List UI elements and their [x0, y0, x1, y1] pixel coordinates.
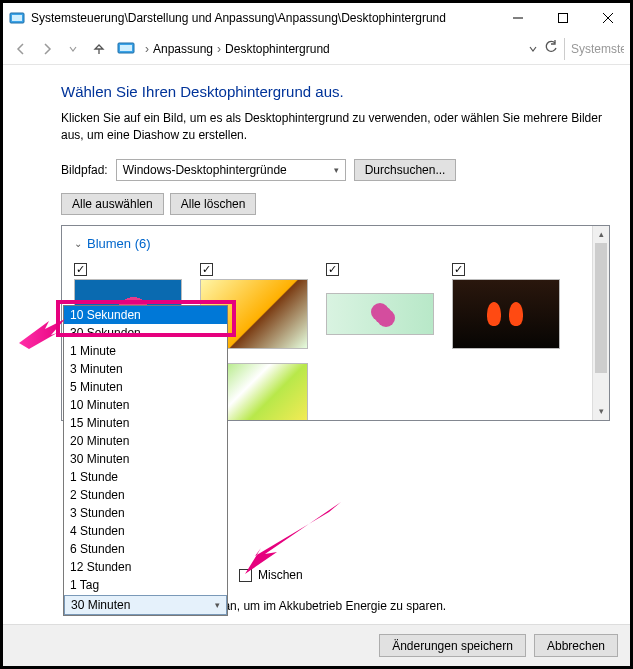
interval-option[interactable]: 30 Sekunden — [64, 324, 227, 342]
monitor-icon — [117, 40, 135, 58]
thumbnail-image[interactable] — [326, 293, 434, 335]
chevron-right-icon: › — [217, 42, 221, 56]
interval-option[interactable]: 3 Minuten — [64, 360, 227, 378]
shuffle-checkbox[interactable]: Mischen — [239, 568, 303, 582]
group-title: Blumen (6) — [87, 236, 151, 251]
thumbnail-checkbox[interactable]: ✓ — [74, 263, 87, 276]
thumbnail-checkbox[interactable]: ✓ — [326, 263, 339, 276]
scroll-down-button[interactable]: ▾ — [593, 403, 609, 420]
image-path-value: Windows-Desktophintergründe — [123, 163, 287, 177]
thumbnail-checkbox[interactable]: ✓ — [200, 263, 213, 276]
thumbnail-image[interactable] — [452, 279, 560, 349]
image-path-label: Bildpfad: — [61, 163, 108, 177]
breadcrumb[interactable]: › Anpassung › Desktophintergrund — [141, 42, 526, 56]
interval-selected-value: 30 Minuten — [71, 598, 130, 612]
window: Systemsteuerung\Darstellung und Anpassun… — [3, 3, 630, 666]
refresh-button[interactable] — [544, 40, 558, 58]
scroll-thumb[interactable] — [595, 243, 607, 373]
interval-option[interactable]: 10 Sekunden — [64, 306, 227, 324]
address-dropdown[interactable] — [528, 40, 538, 58]
recent-dropdown[interactable] — [61, 37, 85, 61]
annotation-arrow-icon — [241, 498, 351, 578]
interval-dropdown-list[interactable]: 10 Sekunden 30 Sekunden 1 Minute 3 Minut… — [63, 305, 228, 616]
chevron-right-icon: › — [145, 42, 149, 56]
svg-rect-7 — [120, 45, 132, 51]
forward-button[interactable] — [35, 37, 59, 61]
interval-combo[interactable]: 30 Minuten ▾ — [64, 595, 227, 615]
scroll-track[interactable] — [593, 243, 609, 403]
interval-option[interactable]: 30 Minuten — [64, 450, 227, 468]
select-all-button[interactable]: Alle auswählen — [61, 193, 164, 215]
interval-option[interactable]: 4 Stunden — [64, 522, 227, 540]
interval-option[interactable]: 6 Stunden — [64, 540, 227, 558]
save-changes-button[interactable]: Änderungen speichern — [379, 634, 526, 657]
window-title: Systemsteuerung\Darstellung und Anpassun… — [31, 11, 495, 25]
scroll-up-button[interactable]: ▴ — [593, 226, 609, 243]
shuffle-row: Mischen — [239, 568, 303, 582]
back-button[interactable] — [9, 37, 33, 61]
interval-option[interactable]: 3 Stunden — [64, 504, 227, 522]
crumb-anpassung[interactable]: Anpassung — [153, 42, 213, 56]
chevron-down-icon: ▾ — [215, 600, 220, 610]
interval-option[interactable]: 1 Minute — [64, 342, 227, 360]
thumbnail-checkbox[interactable]: ✓ — [452, 263, 465, 276]
selection-toolbar: Alle auswählen Alle löschen — [61, 193, 610, 215]
image-path-combo[interactable]: Windows-Desktophintergründe ▾ — [116, 159, 346, 181]
interval-option[interactable]: 2 Stunden — [64, 486, 227, 504]
interval-option[interactable]: 20 Minuten — [64, 432, 227, 450]
gallery-scrollbar[interactable]: ▴ ▾ — [592, 226, 609, 420]
interval-option[interactable]: 12 Stunden — [64, 558, 227, 576]
checkbox-icon — [239, 569, 252, 582]
thumbnail-item[interactable]: ✓ — [326, 259, 434, 349]
svg-rect-3 — [558, 14, 567, 23]
maximize-button[interactable] — [540, 3, 585, 33]
browse-button[interactable]: Durchsuchen... — [354, 159, 457, 181]
page-description: Klicken Sie auf ein Bild, um es als Desk… — [61, 110, 610, 145]
up-button[interactable] — [87, 37, 111, 61]
svg-marker-9 — [245, 502, 341, 574]
page-title: Wählen Sie Ihren Desktophintergrund aus. — [61, 83, 610, 100]
chevron-down-icon: ▾ — [334, 165, 339, 175]
interval-option[interactable]: 1 Stunde — [64, 468, 227, 486]
footer: Änderungen speichern Abbrechen — [3, 624, 630, 666]
interval-option[interactable]: 10 Minuten — [64, 396, 227, 414]
interval-option[interactable]: 15 Minuten — [64, 414, 227, 432]
crumb-desktophintergrund[interactable]: Desktophintergrund — [225, 42, 330, 56]
shuffle-label: Mischen — [258, 568, 303, 582]
control-panel-icon — [9, 10, 25, 26]
group-header[interactable]: ⌄ Blumen (6) — [74, 236, 597, 251]
thumbnail-item[interactable]: ✓ — [452, 259, 560, 349]
navbar: › Anpassung › Desktophintergrund Systems… — [3, 33, 630, 65]
cancel-button[interactable]: Abbrechen — [534, 634, 618, 657]
search-input[interactable]: Systemste — [564, 38, 624, 60]
interval-option[interactable]: 5 Minuten — [64, 378, 227, 396]
clear-all-button[interactable]: Alle löschen — [170, 193, 257, 215]
chevron-down-icon: ⌄ — [74, 238, 82, 249]
titlebar: Systemsteuerung\Darstellung und Anpassun… — [3, 3, 630, 33]
interval-option[interactable]: 1 Tag — [64, 576, 227, 594]
svg-rect-1 — [12, 15, 22, 21]
minimize-button[interactable] — [495, 3, 540, 33]
image-path-row: Bildpfad: Windows-Desktophintergründe ▾ … — [61, 159, 610, 181]
close-button[interactable] — [585, 3, 630, 33]
